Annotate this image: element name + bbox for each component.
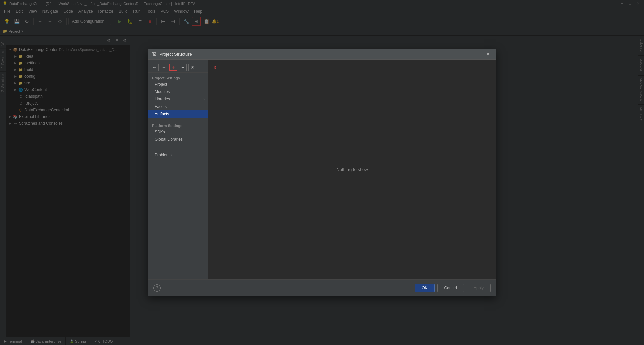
apply-button[interactable]: Apply xyxy=(467,284,491,292)
modal-content-area: 3 Nothing to show xyxy=(208,60,496,279)
nav-item-problems-label: Problems xyxy=(155,153,172,157)
modal-overlay: 🏗 Project Structure × ← → + − ⎘ Project … xyxy=(0,0,644,345)
nav-item-facets[interactable]: Facets xyxy=(148,103,208,110)
nav-item-project[interactable]: Project xyxy=(148,81,208,88)
nav-add-button[interactable]: + xyxy=(169,64,177,71)
modal-title-bar: 🏗 Project Structure × xyxy=(148,49,496,60)
nav-forward-button[interactable]: → xyxy=(160,64,168,71)
ok-button[interactable]: OK xyxy=(415,284,434,292)
modal-title-text: Project Structure xyxy=(159,52,192,57)
nav-item-sdks[interactable]: SDKs xyxy=(148,128,208,136)
nav-copy-button[interactable]: ⎘ xyxy=(188,64,196,71)
nav-item-problems[interactable]: Problems xyxy=(148,151,208,159)
nav-item-sdks-label: SDKs xyxy=(155,130,165,134)
platform-settings-section-label: Platform Settings xyxy=(148,122,208,128)
content-number: 3 xyxy=(214,65,216,70)
cancel-button[interactable]: Cancel xyxy=(437,284,464,292)
libraries-badge: 2 xyxy=(203,97,205,101)
modal-close-button[interactable]: × xyxy=(484,50,492,58)
nav-back-button[interactable]: ← xyxy=(151,64,159,71)
nav-item-artifacts-label: Artifacts xyxy=(155,112,169,116)
modal-body: ← → + − ⎘ Project Settings Project Modul… xyxy=(148,60,496,279)
nav-item-libraries[interactable]: Libraries 2 xyxy=(148,95,208,103)
nav-remove-button[interactable]: − xyxy=(179,64,187,71)
nav-item-facets-label: Facets xyxy=(155,104,167,109)
nothing-to-show-label: Nothing to show xyxy=(336,167,368,172)
nav-item-libraries-label: Libraries xyxy=(155,97,170,101)
nav-item-project-label: Project xyxy=(155,82,167,87)
nav-item-global-libraries-label: Global Libraries xyxy=(155,137,183,142)
project-structure-dialog: 🏗 Project Structure × ← → + − ⎘ Project … xyxy=(148,49,496,296)
modal-title-icon: 🏗 xyxy=(152,52,157,57)
nav-item-artifacts[interactable]: Artifacts xyxy=(148,110,208,118)
modal-nav: ← → + − ⎘ Project Settings Project Modul… xyxy=(148,60,208,279)
project-settings-section-label: Project Settings xyxy=(148,74,208,81)
nav-toolbar: ← → + − ⎘ xyxy=(148,62,208,73)
modal-footer: ? OK Cancel Apply xyxy=(148,279,496,296)
nav-item-modules-label: Modules xyxy=(155,89,170,94)
modal-content-inner: 3 Nothing to show xyxy=(208,60,496,279)
help-button[interactable]: ? xyxy=(153,284,161,292)
nav-item-modules[interactable]: Modules xyxy=(148,88,208,95)
footer-buttons: OK Cancel Apply xyxy=(415,284,491,292)
nav-item-global-libraries[interactable]: Global Libraries xyxy=(148,136,208,143)
nav-separator xyxy=(148,147,208,147)
